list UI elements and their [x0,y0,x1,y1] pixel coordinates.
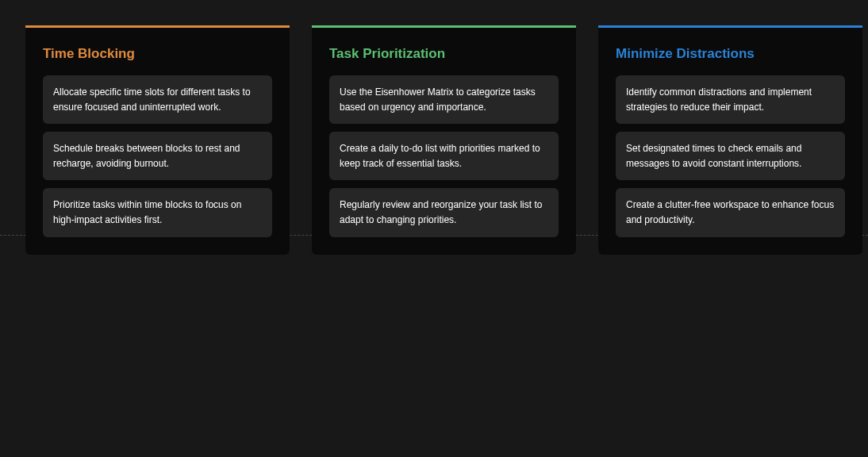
card-time-blocking: Time Blocking Allocate specific time slo… [25,25,290,255]
card-title: Task Prioritization [329,45,559,63]
cards-row: Time Blocking Allocate specific time slo… [0,0,868,255]
card-item: Allocate specific time slots for differe… [43,75,272,124]
card-minimize-distractions: Minimize Distractions Identify common di… [598,25,862,255]
card-item: Use the Eisenhower Matrix to categorize … [329,75,559,124]
card-task-prioritization: Task Prioritization Use the Eisenhower M… [312,25,576,255]
card-item: Schedule breaks between blocks to rest a… [43,132,272,180]
card-item: Identify common distractions and impleme… [616,75,845,124]
card-title: Minimize Distractions [616,45,845,63]
card-item: Set designated times to check emails and… [616,132,845,180]
card-title: Time Blocking [43,45,272,63]
card-item: Create a daily to-do list with prioritie… [329,132,559,180]
card-item: Prioritize tasks within time blocks to f… [43,188,272,236]
card-item: Create a clutter-free workspace to enhan… [616,188,845,236]
card-item: Regularly review and reorganize your tas… [329,188,559,236]
